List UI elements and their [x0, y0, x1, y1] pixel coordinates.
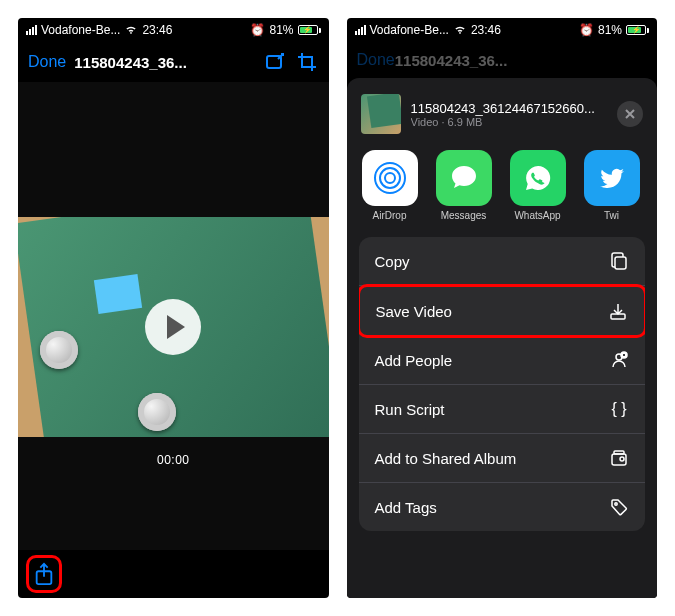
album-icon	[609, 448, 629, 468]
nav-title: 115804243_36...	[74, 54, 254, 71]
run-script-label: Run Script	[375, 401, 445, 418]
carrier-label: Vodafone-Be...	[370, 23, 449, 37]
wifi-icon	[124, 25, 138, 35]
share-sheet: 115804243_36124467152660... Video · 6.9 …	[347, 78, 658, 598]
braces-icon: { }	[609, 399, 629, 419]
signal-icon	[26, 25, 37, 35]
time-label: 23:46	[142, 23, 172, 37]
left-phone-screen: Vodafone-Be... 23:46 ⏰ 81% ⚡ Done 115804…	[18, 18, 329, 598]
copy-icon	[609, 251, 629, 271]
right-phone-screen: Vodafone-Be... 23:46 ⏰ 81% ⚡ Done 115804…	[347, 18, 658, 598]
carrier-label: Vodafone-Be...	[41, 23, 120, 37]
messages-icon	[436, 150, 492, 206]
done-button-dim: Done	[357, 51, 395, 69]
dimmed-nav: Done 115804243_36...	[347, 42, 658, 78]
battery-icon: ⚡	[298, 25, 321, 35]
messages-label: Messages	[441, 210, 487, 221]
sheet-header: 115804243_36124467152660... Video · 6.9 …	[347, 88, 658, 146]
tag-icon	[609, 497, 629, 517]
svg-rect-5	[615, 257, 626, 269]
twitter-app[interactable]: Twi	[583, 150, 641, 221]
copy-action[interactable]: Copy	[359, 237, 646, 286]
video-area: 00:00	[18, 82, 329, 550]
sheet-title: 115804243_36124467152660...	[411, 101, 608, 116]
airdrop-app[interactable]: AirDrop	[361, 150, 419, 221]
close-icon	[624, 108, 636, 120]
bottom-bar	[18, 550, 329, 598]
alarm-icon: ⏰	[579, 23, 594, 37]
status-bar: Vodafone-Be... 23:46 ⏰ 81% ⚡	[18, 18, 329, 42]
add-tags-label: Add Tags	[375, 499, 437, 516]
video-thumbnail	[361, 94, 401, 134]
battery-pct: 81%	[269, 23, 293, 37]
time-label: 23:46	[471, 23, 501, 37]
airdrop-label: AirDrop	[373, 210, 407, 221]
airdrop-icon	[362, 150, 418, 206]
done-button[interactable]: Done	[28, 53, 66, 71]
whatsapp-icon	[510, 150, 566, 206]
battery-icon: ⚡	[626, 25, 649, 35]
status-bar: Vodafone-Be... 23:46 ⏰ 81% ⚡	[347, 18, 658, 42]
add-people-icon	[609, 350, 629, 370]
twitter-label: Twi	[604, 210, 619, 221]
whatsapp-label: WhatsApp	[514, 210, 560, 221]
sheet-subtitle: Video · 6.9 MB	[411, 116, 608, 128]
nav-title-dim: 115804243_36...	[395, 52, 647, 69]
pip-icon[interactable]	[263, 50, 287, 74]
play-icon	[167, 315, 185, 339]
video-time: 00:00	[18, 437, 329, 483]
twitter-icon	[584, 150, 640, 206]
svg-point-12	[615, 503, 617, 505]
wifi-icon	[453, 25, 467, 35]
whatsapp-app[interactable]: WhatsApp	[509, 150, 567, 221]
share-highlight	[26, 555, 62, 593]
video-frame[interactable]	[18, 217, 329, 437]
copy-label: Copy	[375, 253, 410, 270]
add-tags-action[interactable]: Add Tags	[359, 483, 646, 531]
svg-point-11	[620, 457, 624, 461]
close-button[interactable]	[617, 101, 643, 127]
save-video-action[interactable]: Save Video	[359, 284, 646, 338]
signal-icon	[355, 25, 366, 35]
svg-point-2	[385, 173, 395, 183]
crop-icon[interactable]	[295, 50, 319, 74]
download-icon	[608, 301, 628, 321]
svg-rect-10	[614, 451, 624, 454]
messages-app[interactable]: Messages	[435, 150, 493, 221]
nav-bar: Done 115804243_36...	[18, 42, 329, 82]
svg-point-3	[380, 168, 400, 188]
add-people-label: Add People	[375, 352, 453, 369]
action-list: Copy Save Video Add People Run Script { …	[359, 237, 646, 531]
add-shared-label: Add to Shared Album	[375, 450, 517, 467]
play-button[interactable]	[145, 299, 201, 355]
add-shared-album-action[interactable]: Add to Shared Album	[359, 434, 646, 483]
add-people-action[interactable]: Add People	[359, 336, 646, 385]
share-icon[interactable]	[33, 562, 55, 586]
save-video-label: Save Video	[376, 303, 452, 320]
alarm-icon: ⏰	[250, 23, 265, 37]
svg-rect-6	[611, 314, 625, 319]
battery-pct: 81%	[598, 23, 622, 37]
share-app-row: AirDrop Messages WhatsApp Twi	[347, 146, 658, 237]
run-script-action[interactable]: Run Script { }	[359, 385, 646, 434]
